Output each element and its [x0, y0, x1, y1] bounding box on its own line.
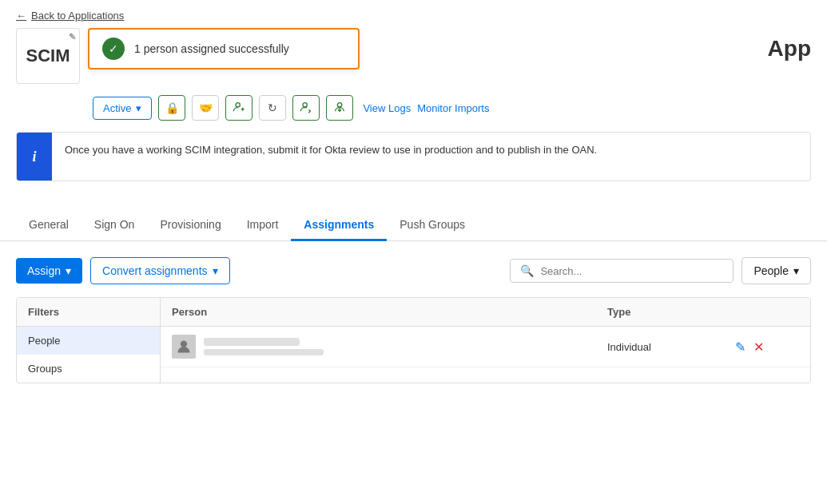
tab-assignments[interactable]: Assignments [291, 210, 387, 241]
info-banner-icon: i [17, 133, 52, 181]
header-area: SCIM ✎ ✓ 1 person assigned successfully … [0, 28, 827, 84]
actions-cell: ✎ ✕ [735, 339, 799, 355]
svg-point-4 [338, 102, 342, 106]
people-filter-button[interactable]: People ▾ [742, 257, 811, 284]
navigation-tabs: General Sign On Provisioning Import Assi… [0, 194, 827, 241]
people-chevron-icon: ▾ [793, 264, 799, 277]
person-down-icon-button[interactable] [326, 95, 353, 121]
filters-header: Filters [17, 298, 160, 327]
convert-assignments-button[interactable]: Convert assignments ▾ [90, 257, 230, 284]
person-arrow-icon [300, 101, 312, 116]
person-add-icon [233, 101, 245, 116]
delete-assignment-button[interactable]: ✕ [753, 339, 764, 355]
info-banner-text: Once you have a working SCIM integration… [52, 133, 610, 168]
convert-chevron-icon: ▾ [213, 264, 218, 277]
svg-point-3 [303, 102, 307, 106]
search-box: 🔍 [510, 259, 734, 283]
tab-push-groups[interactable]: Push Groups [387, 210, 478, 241]
person-cell [172, 335, 607, 359]
table-layout: Filters People Groups Person Type [17, 298, 810, 383]
svg-point-0 [236, 102, 240, 106]
back-arrow-icon: ← [16, 10, 26, 22]
refresh-icon-button[interactable]: ↻ [259, 95, 286, 121]
person-down-icon [333, 101, 346, 116]
sidebar-item-groups[interactable]: Groups [17, 355, 160, 383]
table-header: Person Type [161, 298, 810, 327]
lock-icon: 🔒 [165, 101, 179, 114]
handshake-icon-button[interactable]: 🤝 [192, 95, 219, 121]
tab-import[interactable]: Import [234, 210, 292, 241]
back-to-applications-link[interactable]: ← Back to Applications [0, 0, 827, 28]
assignments-table: Filters People Groups Person Type [16, 297, 811, 383]
status-label: Active [103, 102, 131, 114]
type-column-header: Type [607, 306, 735, 318]
person-arrow-icon-button[interactable] [292, 95, 320, 121]
table-row: Individual ✎ ✕ [161, 327, 810, 367]
person-column-header: Person [172, 306, 607, 318]
type-cell: Individual [607, 341, 735, 353]
edit-assignment-button[interactable]: ✎ [735, 339, 745, 355]
person-name-placeholder [204, 338, 300, 346]
search-icon: 🔍 [520, 264, 534, 277]
sidebar-item-people[interactable]: People [17, 327, 160, 355]
assignments-toolbar: Assign ▾ Convert assignments ▾ 🔍 People … [16, 257, 811, 284]
info-banner: i Once you have a working SCIM integrati… [16, 132, 811, 181]
status-dropdown[interactable]: Active ▾ [93, 97, 152, 120]
content-area: Assign ▾ Convert assignments ▾ 🔍 People … [0, 241, 827, 399]
toast-success-icon: ✓ [102, 38, 125, 60]
status-chevron-icon: ▾ [136, 102, 141, 114]
person-email-placeholder [204, 349, 324, 355]
view-logs-link[interactable]: View Logs [363, 102, 411, 114]
table-main: Person Type [161, 298, 810, 383]
toast-notification: ✓ 1 person assigned successfully [88, 28, 360, 69]
monitor-imports-link[interactable]: Monitor Imports [417, 102, 489, 114]
app-toolbar: Active ▾ 🔒 🤝 ↻ [77, 84, 827, 132]
convert-label: Convert assignments [102, 264, 208, 277]
handshake-icon: 🤝 [199, 101, 213, 114]
people-filter-label: People [753, 264, 789, 277]
app-logo-text: SCIM [26, 46, 70, 66]
assign-button[interactable]: Assign ▾ [16, 258, 82, 284]
svg-point-6 [181, 341, 187, 347]
assign-chevron-icon: ▾ [66, 264, 71, 277]
search-input[interactable] [540, 265, 723, 277]
tab-general[interactable]: General [16, 210, 82, 241]
tab-provisioning[interactable]: Provisioning [147, 210, 233, 241]
refresh-icon: ↻ [268, 101, 277, 114]
info-icon: i [32, 149, 36, 165]
tab-sign-on[interactable]: Sign On [82, 210, 148, 241]
back-link-label: Back to Applications [31, 10, 124, 22]
person-info [204, 338, 324, 355]
assign-label: Assign [27, 264, 61, 277]
app-logo: SCIM ✎ [16, 28, 80, 84]
person-add-icon-button[interactable] [225, 95, 252, 121]
toast-message: 1 person assigned successfully [134, 42, 289, 55]
check-icon: ✓ [109, 42, 118, 55]
logo-edit-icon[interactable]: ✎ [69, 32, 76, 42]
app-title: App [768, 36, 811, 62]
lock-icon-button[interactable]: 🔒 [158, 95, 185, 121]
filters-sidebar: Filters People Groups [17, 298, 161, 383]
avatar [172, 335, 196, 359]
